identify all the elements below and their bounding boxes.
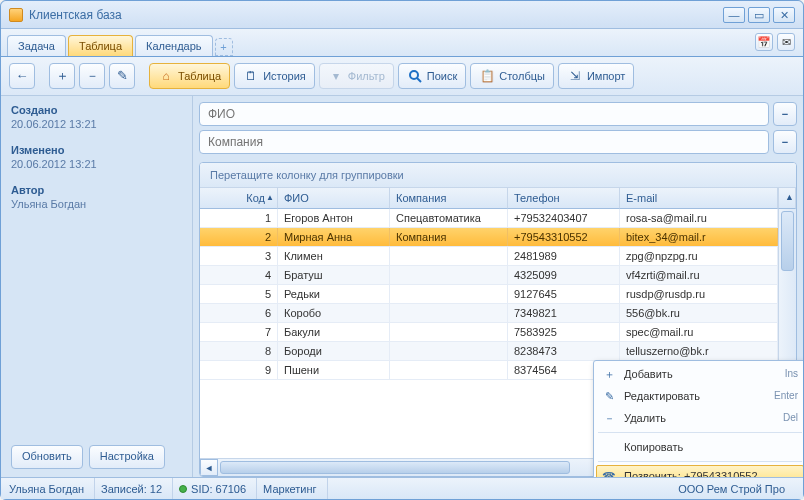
cell-kod: 9 bbox=[200, 361, 278, 379]
cell-fio: Бакули bbox=[278, 323, 390, 341]
cell-phone: 7583925 bbox=[508, 323, 620, 341]
group-panel[interactable]: Перетащите колонку для группировки bbox=[200, 163, 796, 188]
app-window: Клиентская база — ▭ ✕ Задача Таблица Кал… bbox=[0, 0, 804, 500]
table-row[interactable]: 7Бакули7583925spec@mail.ru bbox=[200, 323, 796, 342]
phone-icon: ☎ bbox=[600, 468, 618, 477]
status-records: Записей: 12 bbox=[101, 478, 173, 499]
clipboard-icon: 📋 bbox=[479, 68, 495, 84]
table-row[interactable]: 2Мирная АннаКомпания+79543310552bitex_34… bbox=[200, 228, 796, 247]
window-title: Клиентская база bbox=[29, 8, 720, 22]
pencil-icon: ✎ bbox=[600, 388, 618, 404]
tool-import[interactable]: ⇲Импорт bbox=[558, 63, 634, 89]
cell-fio: Климен bbox=[278, 247, 390, 265]
tab-table[interactable]: Таблица bbox=[68, 35, 133, 56]
status-dept: Маркетинг bbox=[263, 478, 327, 499]
cell-phone: 4325099 bbox=[508, 266, 620, 284]
scroll-thumb[interactable] bbox=[781, 211, 794, 271]
ctx-copy[interactable]: Копировать bbox=[596, 436, 803, 458]
table-row[interactable]: 6Коробо7349821556@bk.ru bbox=[200, 304, 796, 323]
cell-company bbox=[390, 304, 508, 322]
col-kod[interactable]: Код▲ bbox=[200, 188, 278, 209]
tool-search[interactable]: Поиск bbox=[398, 63, 466, 89]
copy-icon bbox=[600, 439, 618, 455]
tab-task[interactable]: Задача bbox=[7, 35, 66, 56]
tool-columns-label: Столбцы bbox=[499, 70, 545, 82]
edit-record-button[interactable]: ✎ bbox=[109, 63, 135, 89]
table-row[interactable]: 5Редьки9127645rusdp@rusdp.ru bbox=[200, 285, 796, 304]
table-row[interactable]: 1Егоров АнтонСпецавтоматика+79532403407r… bbox=[200, 209, 796, 228]
col-phone[interactable]: Телефон bbox=[508, 188, 620, 209]
online-dot-icon bbox=[179, 485, 187, 493]
filter-fio-clear[interactable]: − bbox=[773, 102, 797, 126]
table-row[interactable]: 3Климен2481989zpg@npzpg.ru bbox=[200, 247, 796, 266]
tab-calendar[interactable]: Календарь bbox=[135, 35, 213, 56]
status-org: ООО Рем Строй Про bbox=[678, 478, 795, 499]
tool-filter[interactable]: ▾Фильтр bbox=[319, 63, 394, 89]
filter-fio-input[interactable] bbox=[199, 102, 769, 126]
funnel-icon: ▾ bbox=[328, 68, 344, 84]
scroll-up-button[interactable]: ▲ bbox=[778, 188, 796, 209]
cell-fio: Бороди bbox=[278, 342, 390, 360]
settings-button[interactable]: Настройка bbox=[89, 445, 165, 469]
ctx-delete[interactable]: －УдалитьDel bbox=[596, 407, 803, 429]
toolbar: ← ＋ － ✎ ⌂Таблица 🗒История ▾Фильтр Поиск … bbox=[1, 57, 803, 96]
back-button[interactable]: ← bbox=[9, 63, 35, 89]
table-row[interactable]: 4Братуш4325099vf4zrti@mail.ru bbox=[200, 266, 796, 285]
cell-email: bitex_34@mail.r bbox=[620, 228, 778, 246]
cell-fio: Пшени bbox=[278, 361, 390, 379]
tab-add[interactable]: + bbox=[215, 38, 233, 56]
cell-phone: 9127645 bbox=[508, 285, 620, 303]
main-area: − − Перетащите колонку для группировки К… bbox=[193, 96, 803, 477]
cell-company bbox=[390, 342, 508, 360]
cell-phone: 2481989 bbox=[508, 247, 620, 265]
col-email[interactable]: E-mail bbox=[620, 188, 778, 209]
cell-email: rusdp@rusdp.ru bbox=[620, 285, 778, 303]
search-icon bbox=[407, 68, 423, 84]
ctx-call[interactable]: ☎Позвонить: +79543310552 bbox=[596, 465, 803, 477]
tool-columns[interactable]: 📋Столбцы bbox=[470, 63, 554, 89]
tool-history-label: История bbox=[263, 70, 306, 82]
context-menu: ＋ДобавитьIns ✎РедактироватьEnter －Удалит… bbox=[593, 360, 803, 477]
scroll-left-button[interactable]: ◄ bbox=[200, 459, 218, 476]
plus-icon: ＋ bbox=[600, 366, 618, 382]
filter-company-input[interactable] bbox=[199, 130, 769, 154]
cell-email: vf4zrti@mail.ru bbox=[620, 266, 778, 284]
refresh-button[interactable]: Обновить bbox=[11, 445, 83, 469]
col-company[interactable]: Компания bbox=[390, 188, 508, 209]
history-icon: 🗒 bbox=[243, 68, 259, 84]
updated-label: Изменено bbox=[11, 144, 182, 156]
ctx-edit[interactable]: ✎РедактироватьEnter bbox=[596, 385, 803, 407]
mail-icon[interactable]: ✉ bbox=[777, 33, 795, 51]
cell-email: spec@mail.ru bbox=[620, 323, 778, 341]
filter-company-clear[interactable]: − bbox=[773, 130, 797, 154]
author-value: Ульяна Богдан bbox=[11, 198, 182, 210]
titlebar: Клиентская база — ▭ ✕ bbox=[1, 1, 803, 29]
minimize-button[interactable]: — bbox=[723, 7, 745, 23]
svg-point-0 bbox=[410, 71, 418, 79]
table-row[interactable]: 8Бороди8238473telluszerno@bk.r bbox=[200, 342, 796, 361]
delete-record-button[interactable]: － bbox=[79, 63, 105, 89]
cell-email: rosa-sa@mail.ru bbox=[620, 209, 778, 227]
col-fio[interactable]: ФИО bbox=[278, 188, 390, 209]
close-button[interactable]: ✕ bbox=[773, 7, 795, 23]
maximize-button[interactable]: ▭ bbox=[748, 7, 770, 23]
add-record-button[interactable]: ＋ bbox=[49, 63, 75, 89]
cell-kod: 6 bbox=[200, 304, 278, 322]
created-label: Создано bbox=[11, 104, 182, 116]
cell-company bbox=[390, 361, 508, 379]
cell-kod: 8 bbox=[200, 342, 278, 360]
scroll-thumb-h[interactable] bbox=[220, 461, 570, 474]
status-sid: SID: 67106 bbox=[179, 478, 257, 499]
grid-header: Код▲ ФИО Компания Телефон E-mail ▲ bbox=[200, 188, 796, 209]
cell-company bbox=[390, 247, 508, 265]
tool-table[interactable]: ⌂Таблица bbox=[149, 63, 230, 89]
cell-email: zpg@npzpg.ru bbox=[620, 247, 778, 265]
cell-phone: +79543310552 bbox=[508, 228, 620, 246]
tool-table-label: Таблица bbox=[178, 70, 221, 82]
ctx-add[interactable]: ＋ДобавитьIns bbox=[596, 363, 803, 385]
calendar-icon[interactable]: 📅 bbox=[755, 33, 773, 51]
cell-company bbox=[390, 266, 508, 284]
cell-company bbox=[390, 323, 508, 341]
tool-history[interactable]: 🗒История bbox=[234, 63, 315, 89]
minus-icon: － bbox=[600, 410, 618, 426]
